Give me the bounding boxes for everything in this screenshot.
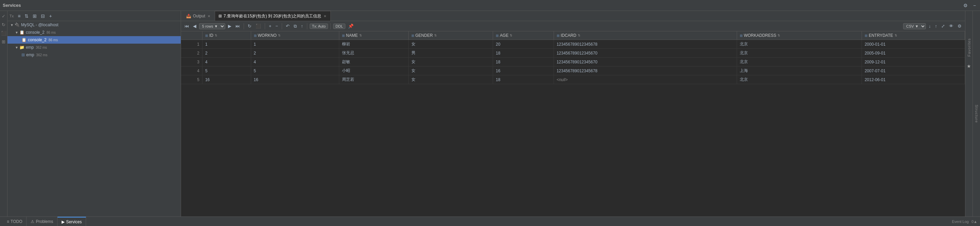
settings-icon[interactable]: ⚙ (962, 2, 969, 9)
add-icon[interactable]: + (48, 13, 53, 19)
cell-rownum: 5 (181, 75, 202, 84)
separator-4 (307, 23, 307, 29)
separator-2 (265, 23, 265, 29)
th-gender[interactable]: ⊞ GENDER ⇅ (408, 31, 493, 40)
favorites-label[interactable]: Favorites (967, 38, 971, 56)
services-icon: ▶ (62, 220, 65, 224)
csv-selector[interactable]: CSV ▼ (903, 23, 926, 29)
pin-btn[interactable]: 📌 (347, 23, 355, 29)
grid-toolbar-right: CSV ▼ ↓ ↑ ⤢ 👁 ⚙ (903, 23, 963, 29)
col-label-workaddress: WORKADDRESS (744, 33, 776, 38)
table-row[interactable]: 455小昭女16123456789012345678上海2007-07-01 (181, 66, 965, 75)
cell-age: 18 (493, 49, 554, 58)
tab-query[interactable]: ⊞ 7.查询年龄在15岁(包含) 到 20岁(包含)之间的员工信息 ✕ (215, 11, 331, 21)
th-workaddress[interactable]: ⊞ WORKADDRESS ⇅ (737, 31, 862, 40)
table-icon: ⊞ (21, 53, 25, 57)
cell-age: 20 (493, 40, 554, 49)
next-btn[interactable]: ▶ (227, 23, 233, 29)
delete-row-btn[interactable]: − (274, 23, 280, 29)
connection-label: MySQL - @localhost (21, 22, 59, 27)
tree-connection[interactable]: ▼ 🔌 MySQL - @localhost (8, 21, 181, 29)
col-label-gender: GENDER (415, 33, 433, 38)
prev-btn[interactable]: ◀ (192, 23, 198, 29)
table-row[interactable]: 111柳岩女20123456789012345678北京2000-01-01 (181, 40, 965, 49)
table-header-row: ⊞ ID ⇅ ⊞ WORKNO ⇅ (181, 31, 965, 40)
right-panel: 📤 Output ✕ ⊞ 7.查询年龄在15岁(包含) 到 20岁(包含)之间的… (181, 11, 965, 216)
grid2-icon[interactable]: ⊞ (31, 13, 38, 19)
col-icon-name: ⊞ (342, 34, 345, 37)
tx-label: Tx (10, 14, 14, 18)
grid-icon[interactable]: ⊞ (0, 38, 7, 45)
th-name[interactable]: ⊞ NAME ⇅ (339, 31, 408, 40)
menu-icon[interactable]: ≡ (16, 13, 22, 19)
table-row[interactable]: 51616周芷若女18<null>北京2012-06-01 (181, 75, 965, 84)
table-row[interactable]: 344赵敏女18123456789012345670北京2009-12-01 (181, 58, 965, 66)
check-icon[interactable]: ✓ (0, 13, 7, 19)
sort-icon[interactable]: ⇅ (23, 13, 30, 19)
cell-age: 18 (493, 58, 554, 66)
favorites-star[interactable]: ★ (967, 63, 971, 69)
upload2-btn[interactable]: ↑ (934, 23, 939, 29)
resize-btn[interactable]: ⤢ (940, 23, 946, 29)
table-row[interactable]: 222张无忌男18123456789012345670北京2005-09-01 (181, 49, 965, 58)
refresh-btn[interactable]: ↻ (247, 23, 253, 29)
cell-name: 周芷若 (339, 75, 408, 84)
rows-selector[interactable]: 5 rows ▼ (199, 23, 225, 29)
collapse-icon[interactable]: ⊟ (40, 13, 46, 19)
th-workno[interactable]: ⊞ WORKNO ⇅ (251, 31, 339, 40)
console-group-icon: 📋 (19, 30, 24, 35)
cell-workno: 4 (251, 58, 339, 66)
results-table: ⊞ ID ⇅ ⊞ WORKNO ⇅ (181, 31, 965, 84)
copy-btn[interactable]: ⧉ (292, 23, 298, 30)
col-icon-id: ⊞ (205, 34, 208, 37)
cell-entrydate: 2005-09-01 (862, 49, 965, 58)
cell-entrydate: 2000-01-01 (862, 40, 965, 49)
tab-query-close[interactable]: ✕ (323, 14, 327, 18)
cell-workaddress: 北京 (737, 40, 862, 49)
bottom-tab-todo[interactable]: ≡ TODO (3, 217, 27, 226)
grid-settings-btn[interactable]: ⚙ (956, 23, 963, 29)
stop-btn[interactable]: ⬛ (254, 23, 262, 29)
bottom-tab-problems[interactable]: ⚠ Problems (27, 217, 57, 226)
th-rownum[interactable] (181, 31, 202, 40)
tree-console-item[interactable]: 📋 console_2 86 ms (8, 36, 181, 43)
structure-label[interactable]: Structure (975, 105, 978, 123)
minimize-icon[interactable]: − (972, 2, 977, 9)
eye-btn[interactable]: 👁 (948, 23, 955, 29)
table-body: 111柳岩女20123456789012345678北京2000-01-0122… (181, 40, 965, 84)
tab-output[interactable]: 📤 Output ✕ (182, 11, 215, 21)
sort-icon-entrydate: ⇅ (894, 34, 897, 37)
connection-icon: 🔌 (14, 22, 20, 27)
th-idcard[interactable]: ⊞ IDCARD ⇅ (554, 31, 737, 40)
cell-workno: 5 (251, 66, 339, 75)
col-label-idcard: IDCARD (561, 33, 576, 38)
tree-emp-group[interactable]: ▼ 📁 emp 362 ms (8, 43, 181, 51)
console-item-icon: 📋 (21, 37, 27, 42)
cell-age: 16 (493, 66, 554, 75)
cell-gender: 女 (408, 58, 493, 66)
last-btn[interactable]: ⏭ (234, 23, 241, 29)
download-btn[interactable]: ↓ (927, 23, 932, 29)
first-btn[interactable]: ⏮ (183, 23, 190, 29)
cell-idcard: 123456789012345670 (554, 58, 737, 66)
stop-icon[interactable]: ⬛ (0, 30, 7, 37)
cell-gender: 女 (408, 40, 493, 49)
cell-gender: 女 (408, 75, 493, 84)
add-row-btn[interactable]: + (267, 23, 273, 29)
ddl-btn[interactable]: DDL (333, 24, 345, 29)
upload-btn[interactable]: ↑ (299, 23, 305, 29)
cell-workno: 16 (251, 75, 339, 84)
undo-btn[interactable]: ↶ (285, 23, 291, 29)
col-label-entrydate: ENTRYDATE (869, 33, 893, 38)
tree-console-group[interactable]: ▼ 📋 console_2 86 ms (8, 29, 181, 36)
th-id[interactable]: ⊞ ID ⇅ (202, 31, 251, 40)
sort-icon-name: ⇅ (360, 34, 362, 37)
th-age[interactable]: ⊞ AGE ⇅ (493, 31, 554, 40)
tree-emp-table[interactable]: ⊞ emp 362 ms (8, 51, 181, 59)
event-log-label[interactable]: Event Log (952, 220, 969, 224)
cell-name: 小昭 (339, 66, 408, 75)
refresh-icon[interactable]: ↻ (0, 21, 7, 28)
tab-output-close[interactable]: ✕ (207, 14, 211, 18)
th-entrydate[interactable]: ⊞ ENTRYDATE ⇅ (862, 31, 965, 40)
bottom-tab-services[interactable]: ▶ Services (57, 217, 86, 226)
